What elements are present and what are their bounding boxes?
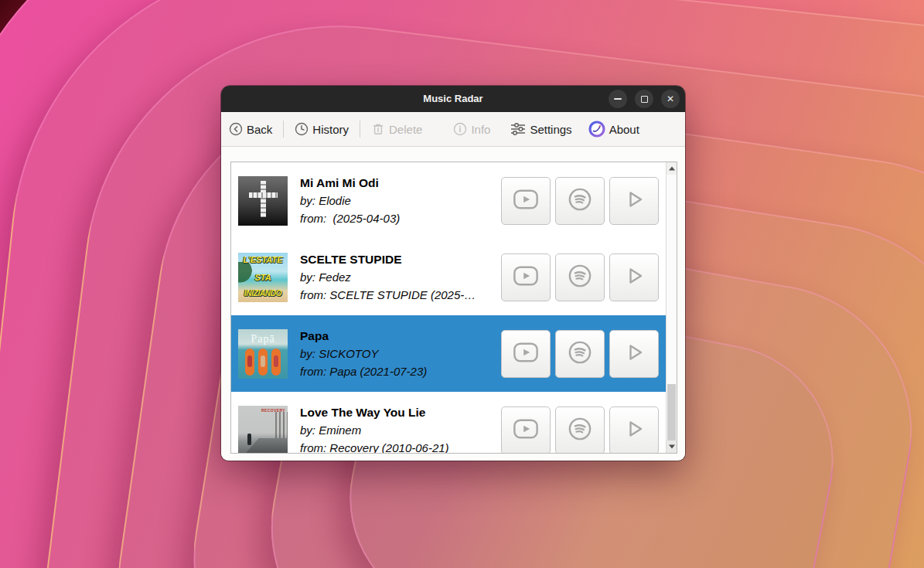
spotify-icon <box>568 264 592 291</box>
trees-graphic <box>275 412 288 438</box>
track-title: Mi Ami Mi Odi <box>300 175 400 192</box>
track-release: from: Papa (2021-07-23) <box>300 362 427 380</box>
info-circle-icon <box>453 122 467 136</box>
history-label: History <box>312 123 349 136</box>
spotify-icon <box>568 340 592 368</box>
titlebar[interactable]: Music Radar ✕ <box>221 86 685 112</box>
track-actions <box>501 177 659 225</box>
close-button[interactable]: ✕ <box>661 90 680 108</box>
app-logo-icon <box>588 121 605 138</box>
album-art: RECOVERY <box>238 406 288 454</box>
clock-icon <box>295 122 309 136</box>
track-info: SCELTE STUPIDE by: Fedez from: SCELTE ST… <box>300 251 476 304</box>
album-art <box>238 176 288 226</box>
trash-icon <box>371 122 385 136</box>
track-actions <box>501 253 659 301</box>
youtube-button[interactable] <box>501 330 551 378</box>
about-label: About <box>609 123 639 136</box>
spotify-button[interactable] <box>555 177 605 225</box>
track-info: Mi Ami Mi Odi by: Elodie from: (2025-04-… <box>300 175 400 227</box>
settings-label: Settings <box>530 123 571 136</box>
track-release: from: Recovery (2010-06-21) <box>300 439 449 454</box>
window-controls: ✕ <box>609 90 680 108</box>
minimize-button[interactable] <box>609 90 627 108</box>
back-circle-arrow-icon <box>229 122 243 136</box>
sliders-icon <box>510 122 526 136</box>
scroll-thumb[interactable] <box>667 384 676 440</box>
youtube-button[interactable] <box>501 177 551 225</box>
album-art: L'ESTATESTAINIZIANDO <box>238 253 288 302</box>
info-label: Info <box>471 123 490 136</box>
play-triangle-icon <box>622 341 646 367</box>
track-release: from: SCELTE STUPIDE (2025-… <box>300 286 476 304</box>
toolbar-separator <box>283 121 284 138</box>
youtube-play-icon <box>513 342 539 366</box>
track-title: Papa <box>300 328 427 345</box>
play-button[interactable] <box>609 177 659 225</box>
app-window: Music Radar ✕ Back History <box>221 86 685 461</box>
album-art: Papā <box>238 329 288 379</box>
spotify-button[interactable] <box>555 253 605 301</box>
track-row[interactable]: RECOVERY Love The Way You Lie by: Eminem… <box>231 392 666 454</box>
spotify-icon <box>568 417 592 444</box>
surfboard-graphic <box>271 349 281 376</box>
track-title: Love The Way You Lie <box>300 404 449 421</box>
play-button[interactable] <box>609 253 659 301</box>
maximize-button[interactable] <box>635 90 653 108</box>
track-list: Mi Ami Mi Odi by: Elodie from: (2025-04-… <box>230 162 677 454</box>
scrollbar[interactable] <box>666 162 677 453</box>
track-info: Love The Way You Lie by: Eminem from: Re… <box>300 404 449 454</box>
surfboard-graphic <box>258 349 268 376</box>
play-triangle-icon <box>622 417 646 444</box>
back-button[interactable]: Back <box>229 122 272 136</box>
album-art-text: L'ESTATE <box>238 255 288 264</box>
track-artist: by: Elodie <box>300 192 400 209</box>
window-content: Mi Ami Mi Odi by: Elodie from: (2025-04-… <box>221 147 685 460</box>
close-icon: ✕ <box>667 94 674 104</box>
delete-label: Delete <box>389 123 422 136</box>
album-art-text: INIZIANDO <box>238 289 288 298</box>
track-row[interactable]: Papā Papa by: SICKOTOY from: Papa (2021-… <box>231 315 666 392</box>
play-button[interactable] <box>609 330 659 378</box>
youtube-button[interactable] <box>501 253 551 301</box>
youtube-play-icon <box>513 418 539 443</box>
track-artist: by: Fedez <box>300 268 476 286</box>
track-artist: by: Eminem <box>300 421 449 439</box>
spotify-button[interactable] <box>555 406 605 454</box>
track-title: SCELTE STUPIDE <box>300 251 476 268</box>
youtube-play-icon <box>513 265 539 290</box>
track-info: Papa by: SICKOTOY from: Papa (2021-07-23… <box>300 328 427 380</box>
track-row[interactable]: Mi Ami Mi Odi by: Elodie from: (2025-04-… <box>231 162 666 239</box>
settings-button[interactable]: Settings <box>510 122 571 136</box>
album-art-text: STA <box>238 273 288 282</box>
track-actions <box>501 406 659 454</box>
spotify-button[interactable] <box>555 330 605 378</box>
youtube-play-icon <box>513 189 539 213</box>
youtube-button[interactable] <box>501 406 551 454</box>
album-art-text: Papā <box>238 333 288 345</box>
delete-button[interactable]: Delete <box>371 122 422 136</box>
back-label: Back <box>247 123 272 136</box>
info-button[interactable]: Info <box>453 122 490 136</box>
track-rows: Mi Ami Mi Odi by: Elodie from: (2025-04-… <box>231 162 666 454</box>
toolbar: Back History Delete Info <box>221 112 685 147</box>
track-release: from: (2025-04-03) <box>300 209 400 227</box>
play-triangle-icon <box>622 188 646 214</box>
play-button[interactable] <box>609 406 659 454</box>
scroll-down-arrow[interactable] <box>667 440 677 453</box>
track-actions <box>501 330 659 378</box>
play-triangle-icon <box>622 264 646 291</box>
track-artist: by: SICKOTOY <box>300 345 427 362</box>
minimize-icon <box>614 98 622 100</box>
desktop-wallpaper: Music Radar ✕ Back History <box>0 0 924 568</box>
spotify-icon <box>568 187 592 215</box>
track-row[interactable]: L'ESTATESTAINIZIANDO SCELTE STUPIDE by: … <box>231 239 666 315</box>
about-button[interactable]: About <box>588 121 639 138</box>
toolbar-separator <box>360 121 360 138</box>
maximize-icon <box>641 96 648 103</box>
scroll-up-arrow[interactable] <box>667 162 677 175</box>
surfboard-graphic <box>245 349 254 376</box>
history-button[interactable]: History <box>295 122 349 136</box>
